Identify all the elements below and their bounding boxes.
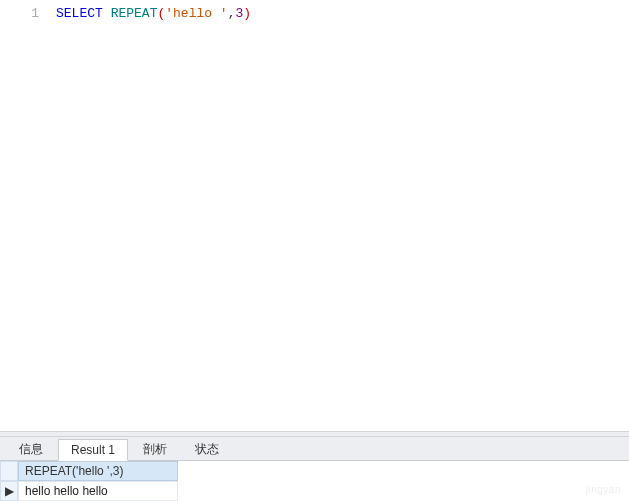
row-indicator: ▶ <box>0 481 18 501</box>
string-literal: 'hello ' <box>165 6 227 21</box>
editor-panel: 1 SELECT REPEAT('hello ',3) <box>0 0 629 431</box>
result-grid: REPEAT('hello ',3) ▶ hello hello hello <box>0 461 629 501</box>
table-row[interactable]: ▶ hello hello hello <box>0 481 629 501</box>
sql-editor-app: 1 SELECT REPEAT('hello ',3) 信息 Result 1 … <box>0 0 629 501</box>
tab-result-1[interactable]: Result 1 <box>58 439 128 461</box>
grid-corner <box>0 461 18 481</box>
tab-status[interactable]: 状态 <box>182 437 232 461</box>
column-header[interactable]: REPEAT('hello ',3) <box>18 461 178 481</box>
tab-info[interactable]: 信息 <box>6 437 56 461</box>
function-repeat: REPEAT <box>111 6 158 21</box>
tab-analyze[interactable]: 剖析 <box>130 437 180 461</box>
close-paren: ) <box>243 6 251 21</box>
line-number: 1 <box>0 6 39 21</box>
result-tabs: 信息 Result 1 剖析 状态 <box>0 437 629 461</box>
sql-code-area[interactable]: SELECT REPEAT('hello ',3) <box>48 0 629 431</box>
cell-value[interactable]: hello hello hello <box>18 481 178 501</box>
keyword-select: SELECT <box>56 6 103 21</box>
grid-header-row: REPEAT('hello ',3) <box>0 461 629 481</box>
line-number-gutter: 1 <box>0 0 48 431</box>
